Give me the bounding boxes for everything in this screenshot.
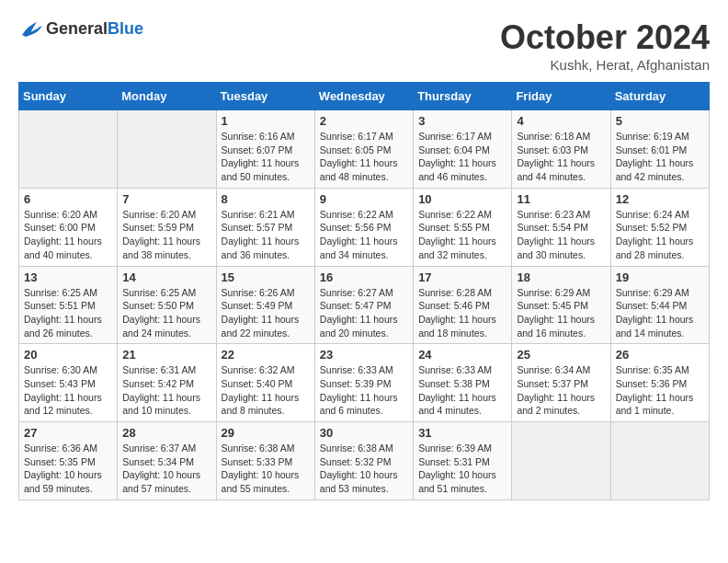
day-info: Sunrise: 6:17 AMSunset: 6:04 PMDaylight:… xyxy=(418,130,506,184)
day-info: Sunrise: 6:35 AMSunset: 5:36 PMDaylight:… xyxy=(616,363,704,418)
month-title: October 2024 xyxy=(500,18,710,57)
calendar-cell: 4Sunrise: 6:18 AMSunset: 6:03 PMDaylight… xyxy=(512,110,610,189)
day-number: 20 xyxy=(24,348,112,362)
calendar-cell: 23Sunrise: 6:33 AMSunset: 5:39 PMDayligh… xyxy=(314,344,413,422)
day-number: 3 xyxy=(418,114,506,128)
day-number: 31 xyxy=(418,426,506,440)
day-number: 28 xyxy=(122,426,210,440)
day-info: Sunrise: 6:24 AMSunset: 5:52 PMDaylight:… xyxy=(616,208,704,262)
calendar-table: SundayMondayTuesdayWednesdayThursdayFrid… xyxy=(18,82,710,500)
day-info: Sunrise: 6:25 AMSunset: 5:50 PMDaylight:… xyxy=(122,286,210,340)
day-number: 13 xyxy=(24,270,112,284)
day-number: 6 xyxy=(24,192,112,206)
day-info: Sunrise: 6:20 AMSunset: 5:59 PMDaylight:… xyxy=(122,208,210,262)
calendar-cell: 6Sunrise: 6:20 AMSunset: 6:00 PMDaylight… xyxy=(19,188,118,266)
week-row-2: 6Sunrise: 6:20 AMSunset: 6:00 PMDaylight… xyxy=(19,188,710,266)
day-info: Sunrise: 6:39 AMSunset: 5:31 PMDaylight:… xyxy=(418,442,506,496)
day-number: 11 xyxy=(517,192,605,206)
calendar-cell: 29Sunrise: 6:38 AMSunset: 5:33 PMDayligh… xyxy=(216,422,314,500)
day-info: Sunrise: 6:30 AMSunset: 5:43 PMDaylight:… xyxy=(24,363,112,418)
day-info: Sunrise: 6:21 AMSunset: 5:57 PMDaylight:… xyxy=(222,208,310,262)
day-info: Sunrise: 6:29 AMSunset: 5:45 PMDaylight:… xyxy=(517,286,605,340)
day-info: Sunrise: 6:32 AMSunset: 5:40 PMDaylight:… xyxy=(222,363,310,418)
day-number: 7 xyxy=(122,192,210,206)
location-title: Kushk, Herat, Afghanistan xyxy=(500,57,710,73)
day-number: 30 xyxy=(320,426,408,440)
header-row: SundayMondayTuesdayWednesdayThursdayFrid… xyxy=(19,83,710,110)
calendar-cell: 8Sunrise: 6:21 AMSunset: 5:57 PMDaylight… xyxy=(216,188,314,266)
day-info: Sunrise: 6:22 AMSunset: 5:56 PMDaylight:… xyxy=(320,208,408,262)
calendar-cell: 13Sunrise: 6:25 AMSunset: 5:51 PMDayligh… xyxy=(19,266,118,344)
calendar-cell: 17Sunrise: 6:28 AMSunset: 5:46 PMDayligh… xyxy=(414,266,512,344)
day-number: 15 xyxy=(222,270,310,284)
week-row-3: 13Sunrise: 6:25 AMSunset: 5:51 PMDayligh… xyxy=(19,266,710,344)
header-day-tuesday: Tuesday xyxy=(216,83,314,110)
calendar-cell xyxy=(118,110,216,189)
header-day-saturday: Saturday xyxy=(610,83,709,110)
day-number: 16 xyxy=(320,270,408,284)
day-info: Sunrise: 6:33 AMSunset: 5:38 PMDaylight:… xyxy=(418,363,506,418)
calendar-cell xyxy=(512,422,610,500)
day-number: 19 xyxy=(616,270,704,284)
day-info: Sunrise: 6:28 AMSunset: 5:46 PMDaylight:… xyxy=(418,286,506,340)
calendar-cell: 25Sunrise: 6:34 AMSunset: 5:37 PMDayligh… xyxy=(512,344,610,422)
day-number: 17 xyxy=(418,270,506,284)
day-info: Sunrise: 6:17 AMSunset: 6:05 PMDaylight:… xyxy=(320,130,408,184)
day-number: 25 xyxy=(517,348,605,362)
day-number: 8 xyxy=(222,192,310,206)
header-day-thursday: Thursday xyxy=(414,83,512,110)
day-info: Sunrise: 6:20 AMSunset: 6:00 PMDaylight:… xyxy=(24,208,112,262)
week-row-1: 1Sunrise: 6:16 AMSunset: 6:07 PMDaylight… xyxy=(19,110,710,189)
calendar-cell xyxy=(19,110,118,189)
calendar-cell: 11Sunrise: 6:23 AMSunset: 5:54 PMDayligh… xyxy=(512,188,610,266)
day-info: Sunrise: 6:29 AMSunset: 5:44 PMDaylight:… xyxy=(616,286,704,340)
calendar-cell: 14Sunrise: 6:25 AMSunset: 5:50 PMDayligh… xyxy=(118,266,216,344)
calendar-cell: 24Sunrise: 6:33 AMSunset: 5:38 PMDayligh… xyxy=(414,344,512,422)
day-info: Sunrise: 6:31 AMSunset: 5:42 PMDaylight:… xyxy=(122,363,210,418)
day-number: 21 xyxy=(122,348,210,362)
logo-text-general: General xyxy=(46,19,108,38)
day-number: 18 xyxy=(517,270,605,284)
calendar-cell: 22Sunrise: 6:32 AMSunset: 5:40 PMDayligh… xyxy=(216,344,314,422)
day-number: 22 xyxy=(222,348,310,362)
week-row-4: 20Sunrise: 6:30 AMSunset: 5:43 PMDayligh… xyxy=(19,344,710,422)
page-header: GeneralBlue October 2024 Kushk, Herat, A… xyxy=(18,18,710,73)
week-row-5: 27Sunrise: 6:36 AMSunset: 5:35 PMDayligh… xyxy=(19,422,710,500)
day-info: Sunrise: 6:37 AMSunset: 5:34 PMDaylight:… xyxy=(122,442,210,496)
day-info: Sunrise: 6:23 AMSunset: 5:54 PMDaylight:… xyxy=(517,208,605,262)
day-number: 10 xyxy=(418,192,506,206)
day-info: Sunrise: 6:22 AMSunset: 5:55 PMDaylight:… xyxy=(418,208,506,262)
calendar-cell: 30Sunrise: 6:38 AMSunset: 5:32 PMDayligh… xyxy=(314,422,413,500)
logo-text-blue: Blue xyxy=(108,19,143,38)
calendar-cell: 18Sunrise: 6:29 AMSunset: 5:45 PMDayligh… xyxy=(512,266,610,344)
day-number: 4 xyxy=(517,114,605,128)
header-day-friday: Friday xyxy=(512,83,610,110)
calendar-cell: 2Sunrise: 6:17 AMSunset: 6:05 PMDaylight… xyxy=(314,110,413,189)
header-day-monday: Monday xyxy=(118,83,216,110)
day-number: 2 xyxy=(320,114,408,128)
day-info: Sunrise: 6:25 AMSunset: 5:51 PMDaylight:… xyxy=(24,286,112,340)
calendar-cell: 19Sunrise: 6:29 AMSunset: 5:44 PMDayligh… xyxy=(610,266,709,344)
day-number: 5 xyxy=(616,114,704,128)
day-number: 14 xyxy=(122,270,210,284)
day-number: 23 xyxy=(320,348,408,362)
calendar-cell: 5Sunrise: 6:19 AMSunset: 6:01 PMDaylight… xyxy=(610,110,709,189)
calendar-cell: 9Sunrise: 6:22 AMSunset: 5:56 PMDaylight… xyxy=(314,188,413,266)
day-number: 1 xyxy=(222,114,310,128)
day-number: 9 xyxy=(320,192,408,206)
day-info: Sunrise: 6:38 AMSunset: 5:32 PMDaylight:… xyxy=(320,442,408,496)
logo: GeneralBlue xyxy=(18,18,143,39)
calendar-cell: 10Sunrise: 6:22 AMSunset: 5:55 PMDayligh… xyxy=(414,188,512,266)
calendar-cell: 26Sunrise: 6:35 AMSunset: 5:36 PMDayligh… xyxy=(610,344,709,422)
day-info: Sunrise: 6:26 AMSunset: 5:49 PMDaylight:… xyxy=(222,286,310,340)
calendar-cell: 1Sunrise: 6:16 AMSunset: 6:07 PMDaylight… xyxy=(216,110,314,189)
calendar-cell: 21Sunrise: 6:31 AMSunset: 5:42 PMDayligh… xyxy=(118,344,216,422)
title-section: October 2024 Kushk, Herat, Afghanistan xyxy=(500,18,710,73)
calendar-cell: 16Sunrise: 6:27 AMSunset: 5:47 PMDayligh… xyxy=(314,266,413,344)
day-number: 12 xyxy=(616,192,704,206)
header-day-sunday: Sunday xyxy=(19,83,118,110)
header-day-wednesday: Wednesday xyxy=(314,83,413,110)
day-number: 24 xyxy=(418,348,506,362)
day-info: Sunrise: 6:27 AMSunset: 5:47 PMDaylight:… xyxy=(320,286,408,340)
calendar-cell xyxy=(610,422,709,500)
